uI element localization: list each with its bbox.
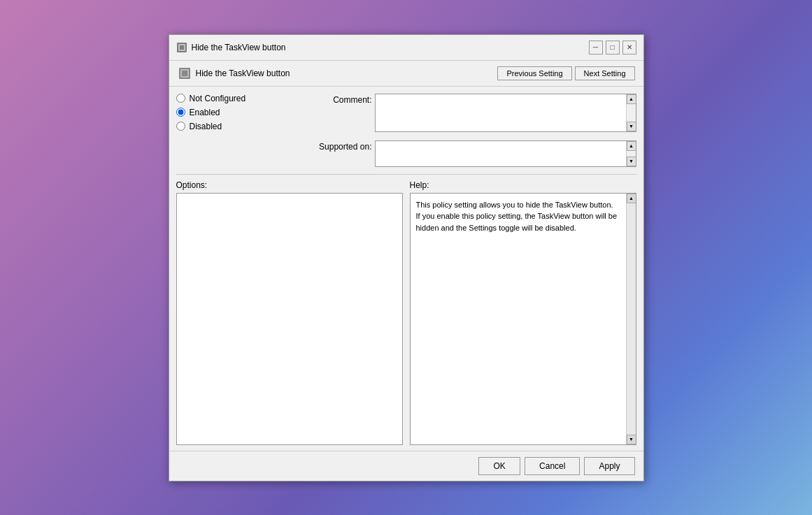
disabled-label: Disabled bbox=[190, 122, 222, 131]
next-setting-button[interactable]: Next Setting bbox=[575, 66, 635, 80]
close-button[interactable]: ✕ bbox=[622, 41, 636, 55]
options-box bbox=[176, 193, 403, 445]
maximize-button[interactable]: □ bbox=[606, 41, 620, 55]
dialog-icon bbox=[176, 42, 187, 53]
ok-button[interactable]: OK bbox=[478, 457, 520, 475]
not-configured-radio[interactable] bbox=[176, 94, 185, 103]
comment-scroll-down[interactable]: ▼ bbox=[627, 122, 636, 131]
supported-label: Supported on: bbox=[316, 140, 372, 152]
help-scrollbar: ▲ ▼ bbox=[626, 194, 636, 444]
title-bar: Hide the TaskView button ─ □ ✕ bbox=[169, 35, 643, 61]
supported-scrollbar: ▲ ▼ bbox=[626, 141, 636, 166]
comment-textarea-wrapper: ▲ ▼ bbox=[375, 94, 636, 132]
title-bar-text: Hide the TaskView button bbox=[192, 43, 585, 52]
cancel-button[interactable]: Cancel bbox=[525, 457, 580, 475]
comment-scrollbar: ▲ ▼ bbox=[626, 94, 636, 131]
options-column: Options: bbox=[176, 180, 403, 445]
minimize-button[interactable]: ─ bbox=[589, 41, 603, 55]
help-text-line1: This policy setting allows you to hide t… bbox=[416, 199, 622, 211]
help-box: This policy setting allows you to hide t… bbox=[410, 193, 636, 445]
dialog-footer: OK Cancel Apply bbox=[169, 451, 643, 481]
nav-buttons: Previous Setting Next Setting bbox=[497, 66, 634, 80]
supported-scroll-down[interactable]: ▼ bbox=[627, 157, 636, 166]
supported-scroll-up[interactable]: ▲ bbox=[627, 141, 636, 151]
options-label: Options: bbox=[176, 180, 403, 190]
bottom-content: Options: Help: This policy setting allow… bbox=[169, 175, 643, 451]
radio-group: Not Configured Enabled Disabled bbox=[176, 94, 316, 167]
title-bar-controls: ─ □ ✕ bbox=[589, 41, 636, 55]
supported-row: Supported on: ▲ ▼ bbox=[316, 140, 636, 167]
help-label: Help: bbox=[410, 180, 636, 190]
comment-textarea[interactable] bbox=[376, 94, 626, 131]
svg-rect-5 bbox=[182, 71, 187, 76]
not-configured-label: Not Configured bbox=[190, 94, 246, 103]
top-section: Not Configured Enabled Disabled Comment: bbox=[169, 87, 643, 174]
policy-icon bbox=[178, 66, 192, 80]
comment-label: Comment: bbox=[316, 94, 372, 105]
dialog-header-left: Hide the TaskView button bbox=[178, 66, 290, 80]
disabled-radio[interactable] bbox=[176, 122, 185, 131]
not-configured-option[interactable]: Not Configured bbox=[176, 94, 316, 103]
svg-rect-2 bbox=[180, 45, 184, 50]
dialog-header-title: Hide the TaskView button bbox=[196, 68, 290, 78]
supported-textarea[interactable] bbox=[376, 141, 626, 166]
policy-dialog: Hide the TaskView button ─ □ ✕ Hide the … bbox=[169, 34, 644, 481]
enabled-radio[interactable] bbox=[176, 108, 185, 117]
comment-scroll-track bbox=[627, 104, 636, 122]
help-text-line2: If you enable this policy setting, the T… bbox=[416, 210, 622, 233]
help-scroll-down[interactable]: ▼ bbox=[627, 435, 636, 444]
disabled-option[interactable]: Disabled bbox=[176, 122, 316, 131]
comment-row: Comment: ▲ ▼ bbox=[316, 94, 636, 132]
apply-button[interactable]: Apply bbox=[584, 457, 634, 475]
supported-textarea-wrapper: ▲ ▼ bbox=[375, 140, 636, 167]
help-scroll-up[interactable]: ▲ bbox=[627, 194, 636, 203]
supported-scroll-track bbox=[627, 151, 636, 157]
help-column: Help: This policy setting allows you to … bbox=[410, 180, 636, 445]
previous-setting-button[interactable]: Previous Setting bbox=[497, 66, 571, 80]
comment-scroll-up[interactable]: ▲ bbox=[627, 94, 636, 104]
dialog-header: Hide the TaskView button Previous Settin… bbox=[169, 61, 643, 87]
enabled-option[interactable]: Enabled bbox=[176, 108, 316, 117]
enabled-label: Enabled bbox=[190, 108, 220, 117]
help-content: This policy setting allows you to hide t… bbox=[411, 194, 636, 240]
help-scroll-track bbox=[627, 203, 636, 435]
